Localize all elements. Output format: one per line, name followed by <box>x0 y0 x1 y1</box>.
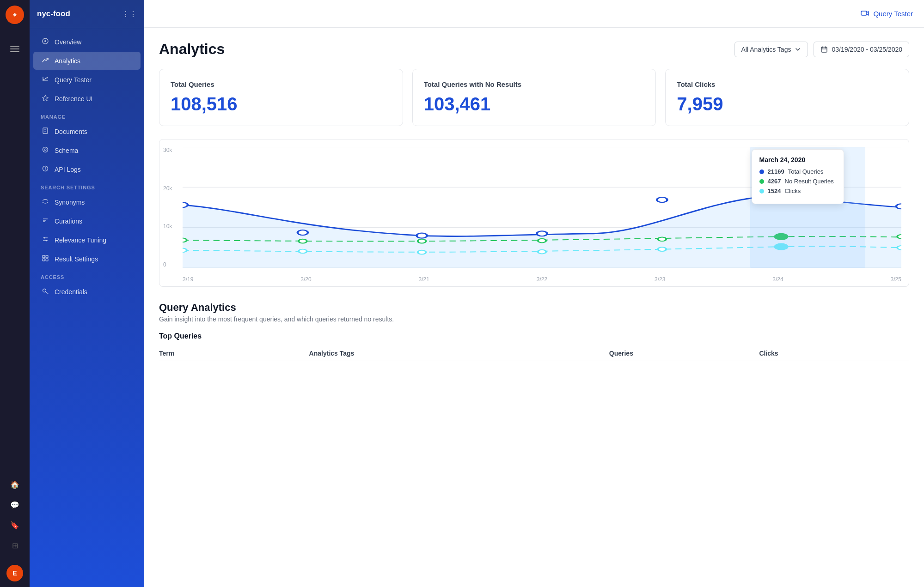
bookmark-icon[interactable]: 🔖 <box>6 517 23 533</box>
sidebar-item-overview[interactable]: Overview <box>33 33 141 51</box>
analytics-icon <box>41 56 50 65</box>
clicks-dot-322 <box>538 250 546 254</box>
chart-dot-321 <box>416 233 427 238</box>
clicks-dot-320 <box>299 249 307 254</box>
svg-rect-30 <box>861 11 867 15</box>
svg-point-16 <box>45 169 46 170</box>
sidebar-item-curations[interactable]: Curations <box>33 212 141 230</box>
x-label-323: 3/23 <box>655 276 665 283</box>
svg-point-7 <box>45 78 47 79</box>
sidebar-item-api-logs[interactable]: API Logs <box>33 160 141 178</box>
y-label-20k: 20k <box>163 185 172 192</box>
date-range-label: 03/19/2020 - 03/25/2020 <box>832 46 902 53</box>
api-logs-icon <box>41 165 50 174</box>
sidebar-item-reference-ui-label: Reference UI <box>55 95 92 103</box>
home-icon[interactable]: 🏠 <box>6 476 23 493</box>
sidebar-item-schema[interactable]: Schema <box>33 141 141 159</box>
sidebar-item-query-tester[interactable]: Query Tester <box>33 71 141 89</box>
no-results-dot-321 <box>418 239 426 243</box>
sidebar-item-result-settings-label: Result Settings <box>55 255 98 263</box>
clicks-dot-321 <box>418 250 426 254</box>
x-label-324: 3/24 <box>772 276 783 283</box>
page-header: Analytics All Analytics Tags 03/19/2020 … <box>159 41 909 58</box>
relevance-tuning-icon <box>41 236 50 244</box>
sidebar-item-schema-label: Schema <box>55 147 78 154</box>
stat-card-total-clicks: Total Clicks 7,959 <box>665 69 909 126</box>
app-logo[interactable] <box>6 6 24 24</box>
sidebar-item-reference-ui[interactable]: Reference UI <box>33 90 141 108</box>
no-results-dot-319 <box>183 238 187 242</box>
query-tester-topbar-icon <box>860 9 869 18</box>
sidebar-nav: Overview Analytics Query Tester Referenc… <box>30 28 144 305</box>
sidebar-item-result-settings[interactable]: Result Settings <box>33 250 141 268</box>
analytics-chart[interactable]: 30k 20k 10k 0 <box>159 139 909 287</box>
sidebar-item-analytics-label: Analytics <box>55 57 80 65</box>
x-label-321: 3/21 <box>419 276 429 283</box>
sidebar-header: nyc-food ⋮⋮ <box>30 0 144 28</box>
clicks-dot-319 <box>183 248 187 252</box>
tooltip-num-no-results: 4267 <box>768 178 781 185</box>
chat-icon[interactable]: 💬 <box>6 496 23 513</box>
result-settings-icon <box>41 254 50 263</box>
topbar: Query Tester <box>144 0 924 28</box>
clicks-dot-325 <box>897 246 901 250</box>
chart-dot-322 <box>537 231 547 236</box>
svg-rect-1 <box>10 46 19 47</box>
chart-dot-320 <box>298 230 308 235</box>
query-analytics-description: Gain insight into the most frequent quer… <box>159 315 909 323</box>
user-avatar[interactable]: E <box>6 565 23 581</box>
schema-icon <box>41 146 50 155</box>
documents-icon <box>41 127 50 136</box>
dropdown-chevron-icon <box>795 46 801 53</box>
svg-point-23 <box>46 240 47 242</box>
sidebar-item-documents-label: Documents <box>55 128 87 135</box>
stats-grid: Total Queries 108,516 Total Queries with… <box>159 69 909 126</box>
stat-value-no-results: 103,461 <box>424 94 645 115</box>
x-label-322: 3/22 <box>537 276 547 283</box>
svg-point-5 <box>44 40 46 42</box>
col-analytics-tags: Analytics Tags <box>309 350 609 357</box>
sidebar-item-overview-label: Overview <box>55 38 81 46</box>
query-analytics-title: Query Analytics <box>159 302 909 314</box>
reference-ui-icon <box>41 94 50 103</box>
sidebar-item-query-tester-label: Query Tester <box>55 76 92 84</box>
access-section-label: ACCESS <box>30 269 144 282</box>
stat-label-total-clicks: Total Clicks <box>677 80 898 88</box>
search-settings-section-label: SEARCH SETTINGS <box>30 179 144 192</box>
svg-point-13 <box>44 149 46 151</box>
svg-point-8 <box>47 77 48 79</box>
hamburger-icon[interactable] <box>6 41 23 57</box>
sidebar-item-credentials[interactable]: Credentials <box>33 283 141 301</box>
sidebar-item-relevance-tuning[interactable]: Relevance Tuning <box>33 231 141 249</box>
col-queries: Queries <box>609 350 759 357</box>
date-range-picker[interactable]: 03/19/2020 - 03/25/2020 <box>814 42 909 57</box>
sidebar-item-analytics[interactable]: Analytics <box>33 52 141 70</box>
tooltip-date: March 24, 2020 <box>759 156 836 163</box>
chart-dot-319 <box>183 202 188 207</box>
sidebar-item-credentials-label: Credentials <box>55 288 87 296</box>
svg-rect-3 <box>10 51 19 52</box>
query-tester-topbar-label: Query Tester <box>873 10 913 18</box>
main-area: Query Tester Analytics All Analytics Tag… <box>144 0 924 587</box>
curations-icon <box>41 217 50 225</box>
stat-value-total-queries: 108,516 <box>171 94 392 115</box>
analytics-tags-dropdown[interactable]: All Analytics Tags <box>734 42 808 57</box>
tooltip-label-clicks: Clicks <box>785 188 801 194</box>
y-label-10k: 10k <box>163 223 172 230</box>
svg-rect-26 <box>43 259 45 261</box>
sidebar-grid-icon[interactable]: ⋮⋮ <box>122 10 137 18</box>
query-tester-button[interactable]: Query Tester <box>860 9 913 18</box>
query-tester-icon <box>41 75 50 84</box>
sidebar-item-documents[interactable]: Documents <box>33 122 141 140</box>
clicks-dot-323 <box>658 247 667 251</box>
chart-tooltip: March 24, 2020 21169 Total Queries 4267 … <box>752 149 844 204</box>
table-header: Term Analytics Tags Queries Clicks <box>159 346 909 361</box>
overview-icon <box>41 37 50 46</box>
sidebar-item-synonyms[interactable]: Synonyms <box>33 193 141 211</box>
manage-section-label: MANAGE <box>30 109 144 121</box>
grid-icon[interactable]: ⊞ <box>6 537 23 554</box>
tooltip-row-total-queries: 21169 Total Queries <box>759 168 836 175</box>
credentials-icon <box>41 287 50 296</box>
stat-label-no-results: Total Queries with No Results <box>424 80 645 88</box>
x-label-320: 3/20 <box>300 276 311 283</box>
